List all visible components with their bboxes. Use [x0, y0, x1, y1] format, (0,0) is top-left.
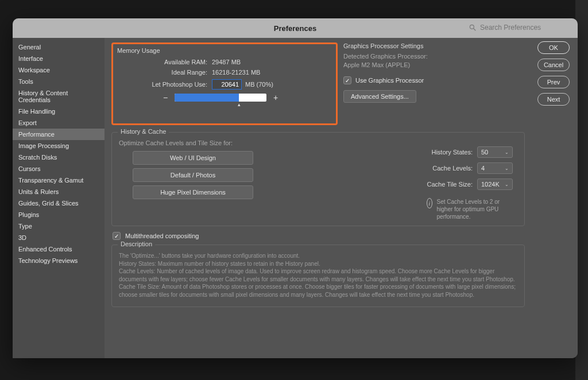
- svg-line-1: [474, 29, 476, 31]
- optimize-web-ui-design-button[interactable]: Web / UI Design: [133, 151, 253, 165]
- slider-increase-button[interactable]: +: [271, 93, 280, 102]
- sidebar-item-file-handling[interactable]: File Handling: [13, 106, 105, 117]
- gpu-detected-value: Apple M2 Max (APPLE): [343, 61, 525, 68]
- sidebar-item-guides-grid-slices[interactable]: Guides, Grid & Slices: [13, 197, 105, 209]
- cache-levels-select[interactable]: 4 ⌄: [477, 162, 513, 174]
- dialog-actions: OK Cancel Prev Next: [537, 41, 570, 106]
- cache-tile-size-select[interactable]: 1024K ⌄: [477, 179, 513, 190]
- sidebar-item-export[interactable]: Export: [13, 117, 105, 129]
- search-icon: [469, 24, 477, 32]
- optimize-buttons: Web / UI DesignDefault / PhotosHuge Pixe…: [133, 151, 253, 199]
- graphics-processor-group: Graphics Processor Settings Detected Gra…: [343, 42, 525, 103]
- sidebar-item-scratch-disks[interactable]: Scratch Disks: [13, 152, 105, 163]
- preferences-window: Preferences GeneralInterfaceWorkspaceToo…: [13, 18, 578, 358]
- history-states-value: 50: [481, 149, 488, 156]
- chevron-down-icon: ⌄: [505, 182, 509, 187]
- history-cache-legend: History & Cache: [118, 128, 169, 135]
- cache-info-text: Set Cache Levels to 2 or higher for opti…: [437, 198, 513, 220]
- gpu-detected-label: Detected Graphics Processor:: [343, 53, 525, 60]
- info-icon: i: [427, 198, 432, 208]
- sidebar-item-workspace[interactable]: Workspace: [13, 64, 105, 76]
- titlebar: Preferences: [13, 18, 578, 38]
- sidebar-item-technology-previews[interactable]: Technology Previews: [13, 255, 105, 266]
- sidebar-item-type[interactable]: Type: [13, 220, 105, 232]
- optimize-label: Optimize Cache Levels and Tile Size for:: [119, 139, 517, 146]
- slider-decrease-button[interactable]: −: [161, 93, 170, 102]
- use-gpu-checkbox[interactable]: ✓: [343, 76, 351, 84]
- memory-slider[interactable]: ▴: [175, 94, 266, 102]
- history-cache-group: History & Cache Optimize Cache Levels an…: [111, 132, 525, 226]
- sidebar-item-image-processing[interactable]: Image Processing: [13, 140, 105, 152]
- sidebar-item-transparency-gamut[interactable]: Transparency & Gamut: [13, 175, 105, 186]
- advanced-settings-button[interactable]: Advanced Settings...: [343, 90, 416, 103]
- ideal-range-row: Ideal Range: 16218-21231 MB: [117, 69, 330, 76]
- sidebar-item-tools[interactable]: Tools: [13, 76, 105, 87]
- sidebar-item-cursors[interactable]: Cursors: [13, 163, 105, 175]
- cache-levels-label: Cache Levels:: [432, 165, 473, 172]
- ok-button[interactable]: OK: [537, 41, 570, 54]
- next-button[interactable]: Next: [537, 93, 570, 106]
- memory-input[interactable]: [212, 79, 242, 90]
- ideal-range-value: 16218-21231 MB: [212, 69, 260, 76]
- let-photoshop-use-label: Let Photoshop Use:: [117, 81, 212, 88]
- history-right-controls: History States: 50 ⌄ Cache Levels: 4 ⌄: [427, 146, 513, 220]
- window-title: Preferences: [274, 24, 316, 33]
- sidebar-item-performance[interactable]: Performance: [13, 129, 105, 140]
- history-states-row: History States: 50 ⌄: [431, 146, 513, 158]
- main-content: OK Cancel Prev Next Memory Usage Availab…: [105, 38, 578, 358]
- sidebar-item-plugins[interactable]: Plugins: [13, 209, 105, 220]
- cache-levels-value: 4: [481, 165, 485, 172]
- history-states-label: History States:: [431, 149, 473, 156]
- cache-info-row: i Set Cache Levels to 2 or higher for op…: [427, 198, 513, 220]
- multithread-row: ✓ Multithreaded compositing: [113, 232, 571, 240]
- cache-tile-size-value: 1024K: [481, 181, 500, 188]
- cache-tile-size-row: Cache Tile Size: 1024K ⌄: [427, 179, 513, 190]
- sidebar-item-3d[interactable]: 3D: [13, 232, 105, 243]
- let-photoshop-use-row: Let Photoshop Use: MB (70%): [117, 79, 330, 90]
- cache-levels-row: Cache Levels: 4 ⌄: [432, 162, 513, 174]
- description-text: The 'Optimize...' buttons take your hard…: [119, 252, 517, 298]
- top-settings-row: Memory Usage Available RAM: 29487 MB Ide…: [111, 42, 450, 127]
- optimize-default-photos-button[interactable]: Default / Photos: [133, 168, 253, 182]
- svg-point-0: [470, 25, 474, 29]
- multithread-checkbox[interactable]: ✓: [113, 232, 121, 240]
- sidebar-item-units-rulers[interactable]: Units & Rulers: [13, 186, 105, 197]
- ideal-range-label: Ideal Range:: [117, 69, 212, 76]
- available-ram-label: Available RAM:: [117, 59, 212, 65]
- gpu-legend: Graphics Processor Settings: [343, 42, 525, 49]
- history-states-select[interactable]: 50 ⌄: [477, 146, 513, 158]
- memory-slider-row: − ▴ +: [161, 93, 330, 102]
- description-legend: Description: [118, 241, 155, 247]
- cancel-button[interactable]: Cancel: [537, 59, 570, 71]
- description-group: Description The 'Optimize...' buttons ta…: [111, 245, 525, 307]
- use-gpu-row: ✓ Use Graphics Processor: [343, 76, 525, 84]
- memory-usage-legend: Memory Usage: [117, 47, 330, 54]
- cache-tile-size-label: Cache Tile Size:: [427, 181, 473, 188]
- memory-suffix: MB (70%): [245, 81, 273, 88]
- search-wrap: [469, 21, 572, 34]
- available-ram-value: 29487 MB: [212, 59, 241, 65]
- prev-button[interactable]: Prev: [537, 76, 570, 88]
- sidebar-item-enhanced-controls[interactable]: Enhanced Controls: [13, 243, 105, 255]
- optimize-huge-pixel-dimensions-button[interactable]: Huge Pixel Dimensions: [133, 185, 253, 199]
- sidebar-item-interface[interactable]: Interface: [13, 53, 105, 64]
- search-input[interactable]: [480, 21, 572, 34]
- memory-slider-fill: [175, 94, 239, 102]
- memory-usage-group: Memory Usage Available RAM: 29487 MB Ide…: [111, 42, 335, 111]
- sidebar-item-general[interactable]: General: [13, 41, 105, 53]
- chevron-down-icon: ⌄: [505, 150, 509, 155]
- use-gpu-label: Use Graphics Processor: [355, 77, 424, 84]
- multithread-label: Multithreaded compositing: [125, 232, 199, 239]
- memory-slider-thumb[interactable]: ▴: [238, 102, 241, 107]
- sidebar: GeneralInterfaceWorkspaceToolsHistory & …: [13, 38, 105, 358]
- window-body: GeneralInterfaceWorkspaceToolsHistory & …: [13, 38, 578, 358]
- available-ram-row: Available RAM: 29487 MB: [117, 59, 330, 65]
- sidebar-item-history-content-credentials[interactable]: History & Content Credentials: [13, 87, 105, 106]
- chevron-down-icon: ⌄: [505, 166, 509, 171]
